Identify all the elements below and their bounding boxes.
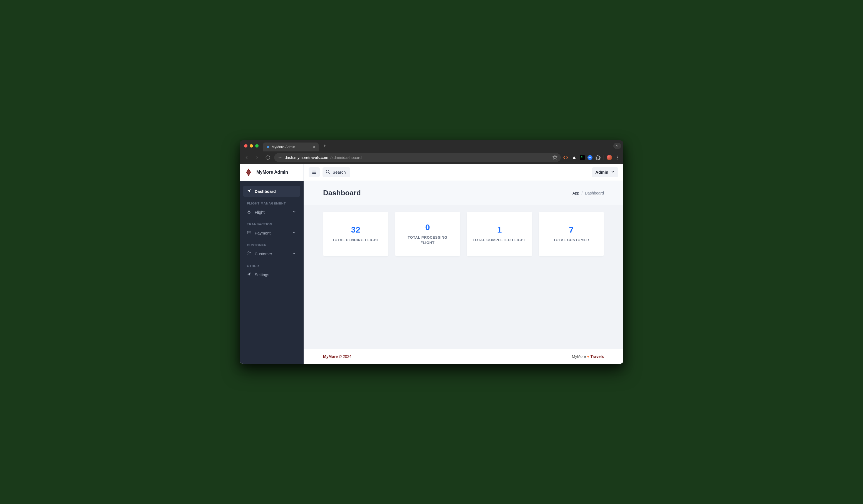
new-tab-button[interactable]: + <box>321 142 329 150</box>
sidebar-item-label: Settings <box>255 273 269 277</box>
breadcrumb-current: Dashboard <box>585 191 604 195</box>
svg-line-15 <box>329 172 329 173</box>
footer-year: © 2024 <box>339 354 351 359</box>
footer-suffix: Travels <box>590 354 604 359</box>
sidebar-item-label: Dashboard <box>255 189 276 194</box>
stat-label: TOTAL CUSTOMER <box>553 237 589 243</box>
extensions-button[interactable] <box>595 155 601 160</box>
sidebar-item-dashboard[interactable]: Dashboard <box>243 186 300 197</box>
svg-marker-4 <box>553 155 557 159</box>
footer-prefix: MyMore <box>572 354 587 359</box>
extension-icon[interactable] <box>571 155 577 160</box>
browser-address-bar: dash.mymoretravels.com/admin/dashboard o… <box>240 152 623 164</box>
url-domain: dash.mymoretravels.com <box>285 155 328 160</box>
brand-logo-icon <box>243 167 253 177</box>
svg-point-8 <box>617 159 618 159</box>
stat-value: 1 <box>497 225 502 234</box>
svg-marker-10 <box>247 169 250 175</box>
stat-label: TOTAL PENDING FLIGHT <box>332 237 379 243</box>
search-button[interactable]: Search <box>323 167 350 177</box>
forward-button[interactable] <box>253 153 261 162</box>
chevron-down-icon <box>292 251 296 256</box>
browser-menu-button[interactable] <box>615 155 621 160</box>
svg-point-6 <box>617 156 618 156</box>
sidebar-item-label: Customer <box>255 252 272 256</box>
sidebar-section-other: OTHER <box>243 259 300 269</box>
sidebar-section-customer: CUSTOMER <box>243 238 300 248</box>
brand[interactable]: MyMore Admin <box>240 164 304 181</box>
extension-icon[interactable] <box>580 155 585 160</box>
card-icon <box>247 230 251 236</box>
url-input[interactable]: dash.mymoretravels.com/admin/dashboard <box>274 153 561 162</box>
browser-tab[interactable]: ✕ MyMore-Admin × <box>263 143 318 152</box>
chevron-down-icon <box>611 169 615 175</box>
page-title: Dashboard <box>323 189 361 197</box>
sidebar-section-flight: FLIGHT MANAGEMENT <box>243 197 300 207</box>
stat-card-customer: 7 TOTAL CUSTOMER <box>539 212 604 256</box>
svg-marker-5 <box>573 156 576 159</box>
admin-menu-button[interactable]: Admin <box>592 167 618 177</box>
extension-icon[interactable]: on <box>587 155 592 160</box>
url-path: /admin/dashboard <box>330 155 361 160</box>
devtools-icon[interactable] <box>563 155 568 160</box>
stat-value: 32 <box>351 225 360 234</box>
svg-point-0 <box>279 157 280 158</box>
breadcrumb: App / Dashboard <box>573 191 604 195</box>
brand-name: MyMore Admin <box>257 170 288 175</box>
breadcrumb-root[interactable]: App <box>573 191 579 195</box>
chevron-down-icon <box>292 230 296 236</box>
window-controls <box>244 144 259 147</box>
footer-right: MyMore ♥ Travels <box>572 354 604 359</box>
sidebar-item-payment[interactable]: Payment <box>243 228 300 238</box>
svg-rect-16 <box>247 231 251 234</box>
tab-title: MyMore-Admin <box>272 145 295 149</box>
search-label: Search <box>333 170 346 175</box>
sidebar-item-settings[interactable]: Settings <box>243 269 300 280</box>
tab-list-button[interactable] <box>613 143 621 149</box>
window-minimize-button[interactable] <box>250 144 253 147</box>
svg-point-18 <box>248 252 249 253</box>
arrow-icon <box>247 189 251 194</box>
app-shell: MyMore Admin Search Admin <box>240 164 623 364</box>
app-body: Dashboard FLIGHT MANAGEMENT Flight TRANS… <box>240 181 623 364</box>
browser-extensions: on <box>563 155 621 160</box>
browser-window: ✕ MyMore-Admin × + dash.mymoretravels.co… <box>240 140 623 364</box>
footer-copyright: MyMore © 2024 <box>323 354 351 359</box>
heart-icon: ♥ <box>587 354 589 359</box>
topbar: MyMore Admin Search Admin <box>240 164 623 181</box>
sidebar-item-customer[interactable]: Customer <box>243 248 300 259</box>
spacer <box>304 263 623 349</box>
window-close-button[interactable] <box>244 144 248 147</box>
svg-point-14 <box>326 170 329 173</box>
footer-brand: MyMore <box>323 354 338 359</box>
main: Dashboard App / Dashboard 32 TOTAL PENDI… <box>304 181 623 364</box>
chevron-down-icon <box>292 209 296 215</box>
stat-card-pending: 32 TOTAL PENDING FLIGHT <box>323 212 388 256</box>
profile-avatar[interactable] <box>606 155 612 160</box>
sidebar-section-transaction: TRANSACTION <box>243 218 300 228</box>
bookmark-star-icon[interactable] <box>552 155 558 160</box>
tab-close-button[interactable]: × <box>313 145 315 149</box>
stat-value: 0 <box>425 222 430 232</box>
sidebar-item-label: Payment <box>255 231 271 235</box>
arrow-icon <box>247 272 251 277</box>
tab-favicon: ✕ <box>266 145 270 149</box>
window-maximize-button[interactable] <box>255 144 259 147</box>
footer: MyMore © 2024 MyMore ♥ Travels <box>304 349 623 364</box>
topbar-actions: Search Admin <box>304 167 623 177</box>
browser-tab-strip: ✕ MyMore-Admin × + <box>240 140 623 152</box>
back-button[interactable] <box>242 153 251 162</box>
svg-point-7 <box>617 157 618 158</box>
stat-card-completed: 1 TOTAL COMPLETED FLIGHT <box>467 212 532 256</box>
sidebar-toggle-button[interactable] <box>309 167 320 177</box>
stats-row: 32 TOTAL PENDING FLIGHT 0 TOTAL PROCESSI… <box>304 205 623 263</box>
search-icon <box>325 169 330 175</box>
site-info-icon[interactable] <box>277 155 283 160</box>
sidebar-item-flight[interactable]: Flight <box>243 207 300 218</box>
reload-button[interactable] <box>264 153 272 162</box>
airplane-icon <box>247 209 251 215</box>
stat-label: TOTAL PROCESSING FLIGHT <box>401 235 455 246</box>
stat-value: 7 <box>569 225 574 234</box>
sidebar: Dashboard FLIGHT MANAGEMENT Flight TRANS… <box>240 181 304 364</box>
sidebar-item-label: Flight <box>255 210 264 215</box>
